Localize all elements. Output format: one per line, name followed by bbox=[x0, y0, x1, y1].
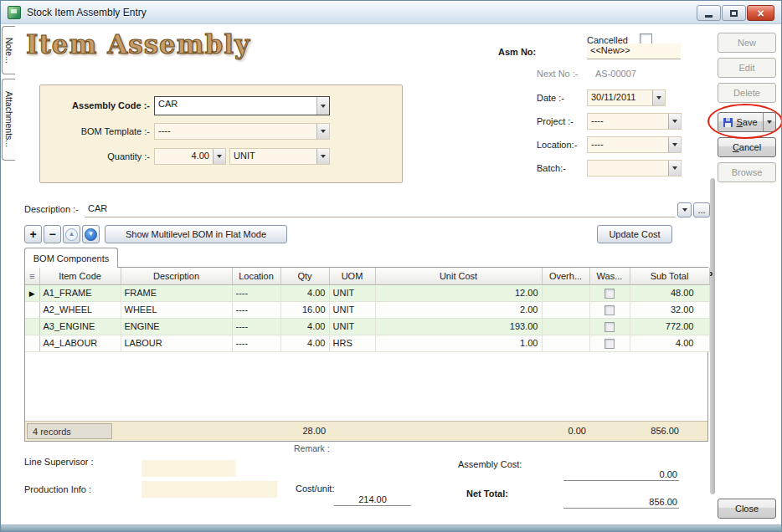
cell-sub-total[interactable]: 772.00 bbox=[630, 318, 709, 335]
panel-splitter[interactable] bbox=[710, 178, 715, 494]
cell-wastage[interactable] bbox=[589, 284, 630, 301]
cell-location[interactable]: ---- bbox=[232, 284, 280, 301]
cell-description[interactable]: WHEEL bbox=[121, 301, 232, 318]
cell-sub-total[interactable]: 48.00 bbox=[630, 284, 709, 301]
save-dropdown-button[interactable] bbox=[763, 113, 775, 131]
col-uom[interactable]: UOM bbox=[329, 268, 375, 284]
location-dropdown-button[interactable] bbox=[668, 137, 681, 152]
cell-item-code[interactable]: A3_ENGINE bbox=[39, 318, 121, 335]
cell-qty[interactable]: 4.00 bbox=[280, 284, 329, 301]
cell-overhead[interactable] bbox=[542, 301, 589, 318]
maximize-button[interactable] bbox=[722, 5, 746, 21]
col-overhead[interactable]: Overh... bbox=[542, 268, 589, 284]
attachments-side-tab[interactable]: Attachments... bbox=[2, 79, 15, 161]
cell-uom[interactable]: UNIT bbox=[329, 301, 375, 318]
table-row[interactable]: A2_WHEEL WHEEL ---- 16.00 UNIT 2.00 32.0… bbox=[25, 301, 709, 318]
qty-total: 28.00 bbox=[282, 426, 326, 436]
cell-sub-total[interactable]: 32.00 bbox=[630, 301, 709, 318]
update-cost-button[interactable]: Update Cost bbox=[597, 225, 672, 243]
col-unit-cost[interactable]: Unit Cost bbox=[375, 268, 542, 284]
cell-sub-total[interactable]: 4.00 bbox=[630, 335, 709, 351]
close-window-button[interactable]: × bbox=[747, 5, 774, 21]
description-field[interactable]: CAR bbox=[85, 202, 676, 217]
quantity-dropdown-button[interactable] bbox=[213, 149, 225, 164]
cell-overhead[interactable] bbox=[542, 318, 589, 335]
cell-item-code[interactable]: A1_FRAME bbox=[39, 284, 121, 301]
col-wastage[interactable]: Was... bbox=[589, 268, 630, 284]
table-row[interactable]: A4_LABOUR LABOUR ---- 4.00 HRS 1.00 4.00 bbox=[25, 335, 709, 351]
col-qty[interactable]: Qty bbox=[280, 268, 329, 284]
save-button[interactable]: Save bbox=[718, 112, 776, 132]
cell-qty[interactable]: 4.00 bbox=[280, 335, 329, 351]
date-combo[interactable]: 30/11/2011 bbox=[587, 90, 666, 106]
location-value: ---- bbox=[588, 137, 668, 152]
wastage-checkbox[interactable] bbox=[605, 322, 615, 332]
line-supervisor-field[interactable] bbox=[141, 460, 235, 477]
col-location[interactable]: Location bbox=[232, 268, 280, 284]
cancel-button[interactable]: Cancel bbox=[718, 137, 776, 157]
batch-dropdown-button[interactable] bbox=[668, 161, 681, 176]
cell-uom[interactable]: UNIT bbox=[329, 318, 375, 335]
cell-uom[interactable]: HRS bbox=[329, 335, 375, 351]
wastage-checkbox[interactable] bbox=[605, 289, 615, 299]
cell-unit-cost[interactable]: 12.00 bbox=[375, 284, 542, 301]
cell-qty[interactable]: 16.00 bbox=[280, 301, 329, 318]
table-row[interactable]: ▶ A1_FRAME FRAME ---- 4.00 UNIT 12.00 48… bbox=[25, 284, 709, 301]
quantity-uom-combo[interactable]: UNIT bbox=[229, 148, 330, 165]
cancel-button-label: Cancel bbox=[733, 142, 761, 152]
description-more-button[interactable]: ... bbox=[693, 202, 710, 217]
date-dropdown-button[interactable] bbox=[652, 90, 665, 105]
grid-corner-cell[interactable]: ≡ bbox=[25, 268, 39, 284]
cell-overhead[interactable] bbox=[542, 284, 589, 301]
cell-description[interactable]: ENGINE bbox=[121, 318, 232, 335]
record-count: 4 records bbox=[27, 423, 112, 439]
cell-wastage[interactable] bbox=[589, 301, 630, 318]
wastage-checkbox[interactable] bbox=[605, 305, 615, 315]
cell-overhead[interactable] bbox=[542, 335, 589, 351]
cell-unit-cost[interactable]: 193.00 bbox=[375, 318, 542, 335]
col-description[interactable]: Description bbox=[121, 268, 232, 284]
minimize-button[interactable] bbox=[697, 5, 721, 21]
splitter-expand-button[interactable]: › bbox=[705, 266, 718, 280]
cell-location[interactable]: ---- bbox=[232, 335, 280, 351]
assembly-cost-value: 0.00 bbox=[563, 469, 679, 481]
batch-combo[interactable] bbox=[587, 160, 682, 176]
production-info-field[interactable] bbox=[141, 481, 277, 498]
project-combo[interactable]: ---- bbox=[587, 113, 682, 130]
cell-description[interactable]: FRAME bbox=[121, 284, 232, 301]
remove-row-button[interactable]: − bbox=[44, 225, 61, 243]
col-item-code[interactable]: Item Code bbox=[39, 268, 121, 284]
project-dropdown-button[interactable] bbox=[668, 114, 681, 129]
bom-template-dropdown-button[interactable] bbox=[316, 124, 329, 139]
asm-no-field[interactable]: <<New>> bbox=[587, 43, 681, 59]
cell-item-code[interactable]: A2_WHEEL bbox=[39, 301, 121, 318]
flat-mode-button[interactable]: Show Multilevel BOM in Flat Mode bbox=[105, 225, 287, 243]
quantity-uom-dropdown-button[interactable] bbox=[316, 149, 329, 164]
close-button[interactable]: Close bbox=[718, 499, 776, 519]
cell-item-code[interactable]: A4_LABOUR bbox=[39, 335, 121, 351]
quantity-combo[interactable]: 4.00 bbox=[154, 148, 226, 165]
cell-location[interactable]: ---- bbox=[232, 301, 280, 318]
arrow-up-icon: ▲ bbox=[65, 228, 78, 241]
cell-qty[interactable]: 4.00 bbox=[280, 318, 329, 335]
col-sub-total[interactable]: Sub Total bbox=[630, 268, 709, 284]
bom-template-combo[interactable]: ---- bbox=[154, 123, 330, 140]
cell-uom[interactable]: UNIT bbox=[329, 284, 375, 301]
move-down-button[interactable]: ▼ bbox=[82, 225, 100, 243]
cell-wastage[interactable] bbox=[589, 318, 630, 335]
location-combo[interactable]: ---- bbox=[587, 136, 682, 153]
wastage-checkbox[interactable] bbox=[605, 339, 615, 349]
description-dropdown-button[interactable] bbox=[677, 202, 692, 217]
assembly-code-dropdown-button[interactable] bbox=[316, 97, 329, 115]
assembly-code-combo[interactable]: CAR bbox=[154, 96, 330, 115]
move-up-button[interactable]: ▲ bbox=[63, 225, 80, 243]
cell-unit-cost[interactable]: 2.00 bbox=[375, 301, 542, 318]
bom-components-tab[interactable]: BOM Components bbox=[24, 248, 118, 268]
cell-unit-cost[interactable]: 1.00 bbox=[375, 335, 542, 351]
table-row[interactable]: A3_ENGINE ENGINE ---- 4.00 UNIT 193.00 7… bbox=[25, 318, 709, 335]
add-row-button[interactable]: + bbox=[24, 225, 42, 243]
cell-description[interactable]: LABOUR bbox=[121, 335, 232, 351]
note-side-tab[interactable]: Note... bbox=[2, 26, 15, 74]
cell-wastage[interactable] bbox=[589, 335, 630, 351]
cell-location[interactable]: ---- bbox=[232, 318, 280, 335]
